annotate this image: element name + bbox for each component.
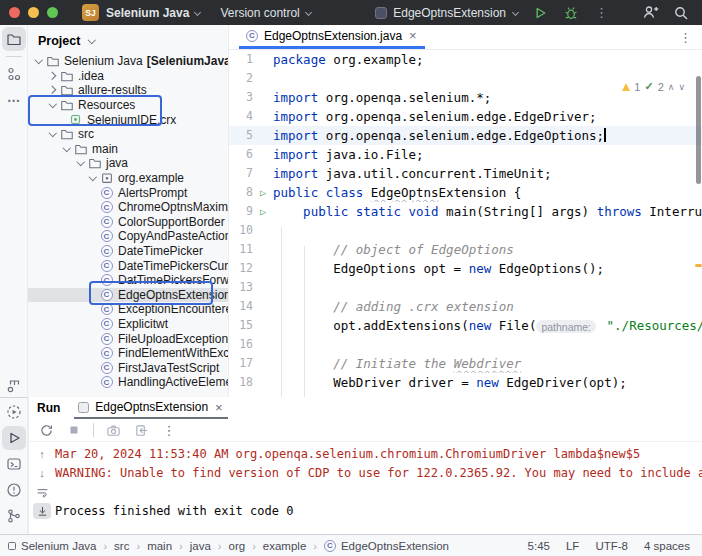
services-tool-window-button[interactable] [2,400,26,424]
code-line-5[interactable]: 5import org.openqa.selenium.edge.EdgeOpt… [229,126,702,145]
tree-item-org-example[interactable]: org.example [28,171,228,186]
code-line-12[interactable]: 12 EdgeOptions opt = new EdgeOptions(); [229,259,702,278]
tree-item-idea[interactable]: .idea [28,69,228,84]
scroll-to-end-button[interactable] [33,503,51,519]
tree-item-selenium-java[interactable]: Selenium Java[SeleniumJava]~/IdeaProjec [28,54,228,69]
tab-options-icon[interactable]: ⋮ [679,30,692,45]
project-menu[interactable]: Selenium Java [106,6,202,20]
close-tab-icon[interactable]: × [408,29,418,42]
tree-item-dattimepickersforward[interactable]: CDatTimePickersForward [28,273,228,288]
import-button[interactable] [132,422,150,438]
tree-item-datetimepickerscurrent[interactable]: CDateTimePickersCurrent [28,258,228,273]
down-stacktrace-button[interactable]: ↓ [33,465,51,481]
code-line-8[interactable]: 8▷public class EdgeOptnsExtension { [229,183,702,202]
up-stacktrace-button[interactable]: ↑ [33,446,51,462]
zoom-window-button[interactable] [47,7,58,18]
structure-tool-window-button[interactable] [2,374,26,398]
editor-tab[interactable]: C EdgeOptnsExtension.java × [239,25,425,49]
run-button[interactable] [529,2,551,24]
tree-item-main[interactable]: main [28,142,228,157]
code-line-10[interactable]: 10 [229,221,702,240]
tree-item-fileuploadexception[interactable]: CFileUploadException [28,331,228,346]
tree-item-firstjavatestscript[interactable]: CFirstJavaTestScript [28,360,228,375]
tree-item-chromeoptnsmaximized[interactable]: CChromeOptnsMaximized [28,200,228,215]
code-line-17[interactable]: 17 // Initiate the Webdriver [229,354,702,373]
tree-item-seleniumide-crx[interactable]: SeleniumIDE.crx [28,112,228,127]
search-everywhere-button[interactable] [670,2,692,24]
run-line-icon[interactable]: ▷ [253,202,273,221]
chevron-down-icon[interactable] [47,99,59,111]
code-line-18[interactable]: 18 WebDriver driver = new EdgeDriver(opt… [229,373,702,392]
code-line-7[interactable]: 7import java.util.concurrent.TimeUnit; [229,164,702,183]
terminal-tool-window-button[interactable] [2,452,26,476]
version-control-tool-window-button[interactable] [2,504,26,528]
warning-stripe-mark[interactable] [695,264,702,267]
code-line-9[interactable]: 9▷ public static void main(String[] args… [229,202,702,221]
tree-item-colorsupportborder[interactable]: CColorSupportBorder [28,215,228,230]
status-widget-lf[interactable]: LF [566,540,579,552]
tree-item-datetimepicker[interactable]: CDateTimePicker [28,244,228,259]
chevron-down-icon[interactable] [87,172,99,184]
breadcrumb-item-example[interactable]: example [263,540,306,552]
tree-item-allure-results[interactable]: allure-results [28,83,228,98]
project-tool-window-button[interactable] [2,27,26,51]
code-line-6[interactable]: 6import java.io.File; [229,145,702,164]
tree-item-handlingactiveelement[interactable]: CHandlingActiveElement [28,375,228,390]
chevron-down-icon[interactable] [47,128,59,140]
status-widget-utf-8[interactable]: UTF-8 [595,540,628,552]
chevron-down-icon[interactable] [33,55,45,67]
editor-scrollbar[interactable] [696,76,701,184]
status-widget-4-spaces[interactable]: 4 spaces [644,540,690,552]
tree-item-explicitwt[interactable]: CExplicitwt [28,317,228,332]
console-more-button[interactable]: ⋮ [160,422,178,438]
minimize-window-button[interactable] [28,7,39,18]
tree-item-edgeoptnsextension[interactable]: CEdgeOptnsExtension [28,288,228,303]
tree-item-resources[interactable]: Resources [28,98,228,113]
code-line-15[interactable]: 15 opt.addExtensions(new File(pathname: … [229,316,702,335]
run-tool-window-button[interactable] [2,426,26,450]
tree-item-copyandpasteactions[interactable]: CCopyAndPasteActions [28,229,228,244]
status-widget-5-45[interactable]: 5:45 [528,540,550,552]
version-control-menu[interactable]: Version control [220,6,312,20]
chevron-right-icon[interactable] [47,84,59,96]
tree-item-src[interactable]: src [28,127,228,142]
breadcrumb-item-org[interactable]: org [229,540,246,552]
inspection-widget[interactable]: 1 ✓ 2 ∧ ∨ [619,79,688,94]
breadcrumb-item-java[interactable]: java [190,540,211,552]
code-with-me-button[interactable] [639,2,661,24]
code-area[interactable]: 1package org.example;23import org.openqa… [229,50,702,397]
run-line-icon[interactable]: ▷ [253,183,273,202]
code-line-4[interactable]: 4import org.openqa.selenium.edge.EdgeDri… [229,107,702,126]
thread-dump-button[interactable] [104,422,122,438]
chevron-right-icon[interactable] [47,70,59,82]
rerun-button[interactable] [37,422,55,438]
code-line-1[interactable]: 1package org.example; [229,50,702,69]
commit-tool-window-button[interactable] [2,62,26,86]
breadcrumb-item-edgeoptnsextension[interactable]: CEdgeOptnsExtension [324,540,449,552]
code-line-16[interactable]: 16 [229,335,702,354]
run-configuration-selector[interactable]: EdgeOptnsExtension [375,6,520,20]
more-tool-windows-button[interactable]: ⋯ [2,88,26,112]
tree-item-alertsprompt[interactable]: CAlertsPrompt [28,185,228,200]
close-tab-icon[interactable]: × [214,401,224,414]
code-line-14[interactable]: 14 // adding .crx extension [229,297,702,316]
project-panel-header[interactable]: Project [28,25,228,54]
breadcrumb-item-main[interactable]: main [147,540,172,552]
chevron-down-icon[interactable] [75,157,87,169]
next-problem-icon[interactable]: ∨ [678,82,685,92]
previous-problem-icon[interactable]: ∧ [668,82,675,92]
tree-item-findelementwithexception[interactable]: CFindElementWithException [28,346,228,361]
debug-button[interactable] [560,2,582,24]
code-line-13[interactable]: 13 [229,278,702,297]
more-actions-button[interactable]: ⋮ [591,2,613,24]
stop-button[interactable] [65,422,83,438]
close-window-button[interactable] [9,7,20,18]
breadcrumb-item-src[interactable]: src [114,540,129,552]
tree-item-java[interactable]: java [28,156,228,171]
tree-item-exceptionencountered[interactable]: CExceptionEncountered [28,302,228,317]
chevron-down-icon[interactable] [61,143,73,155]
soft-wrap-button[interactable] [33,484,51,500]
breadcrumb-item-selenium-java[interactable]: Selenium Java [8,540,96,552]
problems-tool-window-button[interactable] [2,478,26,502]
console[interactable]: ↑ ↓ Mar 20, 2024 11:53:40 AM org.openqa.… [29,442,702,534]
